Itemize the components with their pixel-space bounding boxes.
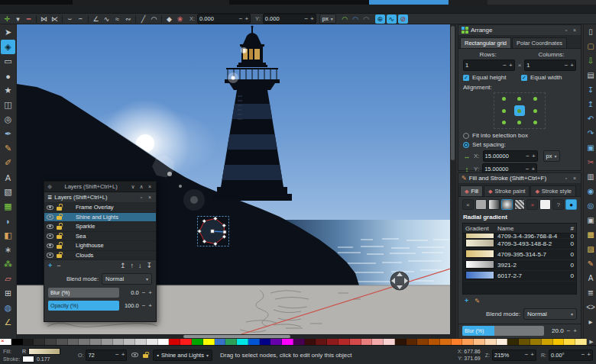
- palette-swatch[interactable]: [45, 339, 57, 345]
- new-document-icon[interactable]: ▯: [585, 24, 596, 39]
- layer-lock-icon[interactable]: [57, 216, 62, 220]
- increment-button[interactable]: +: [573, 328, 577, 334]
- palette-swatch[interactable]: [215, 339, 226, 345]
- 4709-3-493-148-8-2[interactable]: 4709-3-493-148-8-2 0: [463, 239, 576, 250]
- layer-lock-icon[interactable]: [57, 226, 62, 230]
- edit-clip-button[interactable]: ◠: [361, 14, 371, 24]
- decrement-button[interactable]: −: [142, 303, 146, 309]
- dropper-tool[interactable]: ◗: [1, 214, 15, 228]
- dock-icon[interactable]: ▫: [563, 27, 569, 33]
- palette-swatch[interactable]: [260, 339, 271, 345]
- box3d-tool[interactable]: ◫: [1, 98, 15, 112]
- palette-swatch[interactable]: [429, 339, 440, 345]
- palette-swatch[interactable]: [530, 339, 542, 345]
- export-icon[interactable]: ↥: [585, 97, 596, 111]
- auto-node-button[interactable]: ∾: [123, 14, 133, 24]
- palette-swatch[interactable]: [575, 339, 587, 345]
- paint-blob-button[interactable]: ●: [565, 199, 577, 210]
- spacing-unit-dropdown[interactable]: px ▾: [543, 150, 560, 162]
- object-to-path-button[interactable]: ◆: [164, 14, 174, 24]
- toolbar-icon[interactable]: [161, 15, 162, 23]
- 4709-3-4-396-768-8-4[interactable]: 4709-3-4-396-768-8-4 0: [463, 234, 576, 239]
- layer-opacity-slider[interactable]: Opacity (%): [48, 301, 119, 311]
- save-document-icon[interactable]: ⇩: [585, 53, 596, 68]
- mesh-tool[interactable]: ▦: [1, 199, 15, 214]
- palette-swatch[interactable]: [407, 339, 418, 345]
- minimize-icon[interactable]: ∨: [130, 184, 136, 190]
- palette-swatch[interactable]: [124, 339, 135, 345]
- menu-item[interactable]: [86, 8, 93, 10]
- edit-gradient-button[interactable]: ✎: [475, 298, 480, 304]
- decrement-button[interactable]: −: [526, 166, 530, 172]
- layers-window-titlebar[interactable]: ◆ Layers (Shift+Ctrl+L) ∨ ∧ ×: [44, 182, 156, 192]
- palette-swatch[interactable]: [225, 339, 237, 345]
- dock-icon[interactable]: ▫: [138, 195, 144, 200]
- palette-swatch[interactable]: [338, 339, 350, 345]
- redo-icon[interactable]: ↷: [585, 126, 596, 140]
- layer-visibility-icon[interactable]: [47, 253, 53, 258]
- fill-stroke-dialog-icon[interactable]: ✎: [585, 256, 596, 271]
- palette-swatch[interactable]: [553, 339, 565, 345]
- layer-blur-slider[interactable]: Blur (%): [48, 288, 119, 298]
- menu-item[interactable]: [58, 8, 66, 10]
- palette-swatch[interactable]: [270, 339, 282, 345]
- palette-swatch[interactable]: [384, 339, 395, 345]
- fill-stroke-tab[interactable]: ◆Fill: [460, 185, 483, 196]
- center-node[interactable]: [211, 230, 214, 233]
- copy-icon[interactable]: ▣: [585, 140, 596, 155]
- blend-mode-dropdown[interactable]: Normal ▾: [523, 308, 577, 320]
- swatch-button[interactable]: ×: [526, 199, 538, 210]
- connector-tool[interactable]: ⊞: [1, 286, 15, 301]
- layer-visibility-icon[interactable]: [47, 205, 53, 211]
- layer-visibility-icon[interactable]: [47, 224, 53, 230]
- palette-swatch[interactable]: [180, 339, 192, 345]
- stroke-to-path-button[interactable]: ❀: [175, 14, 185, 24]
- menu-item[interactable]: [12, 8, 20, 10]
- palette-swatch[interactable]: [68, 339, 79, 345]
- palette-swatch[interactable]: [293, 339, 305, 345]
- increment-button[interactable]: +: [121, 352, 125, 358]
- symmetric-node-button[interactable]: ≈: [112, 14, 122, 24]
- palette-swatch[interactable]: [282, 339, 293, 345]
- fit-selection-radio[interactable]: Fit into selection box: [458, 130, 581, 139]
- arrange-header[interactable]: Arrange ▫ ×: [458, 25, 581, 36]
- raise-to-top-button[interactable]: ↥: [120, 262, 126, 269]
- layer-lock-icon[interactable]: [57, 254, 62, 258]
- menu-item[interactable]: [49, 8, 57, 10]
- menu-item[interactable]: [67, 8, 75, 10]
- close-icon[interactable]: ×: [572, 27, 578, 33]
- vertical-scrollbar[interactable]: [450, 24, 455, 334]
- palette-swatch[interactable]: [474, 339, 485, 345]
- x-coord-input[interactable]: 0.000 − +: [197, 14, 251, 24]
- set-spacing-radio[interactable]: Set spacing:: [458, 139, 581, 148]
- arrange-tab[interactable]: Polar Coordinates: [512, 37, 567, 48]
- pencil-tool[interactable]: ✎: [1, 141, 15, 156]
- increment-button[interactable]: +: [509, 63, 513, 69]
- decrement-button[interactable]: −: [503, 63, 507, 69]
- palette-swatch[interactable]: [452, 339, 463, 345]
- layer-lock-icon[interactable]: [57, 245, 62, 249]
- blur-slider[interactable]: Blur (%): [462, 326, 544, 336]
- 6017-2-7[interactable]: 6017-2-7 0: [463, 271, 576, 282]
- columns-input[interactable]: 1 − +: [524, 60, 576, 71]
- fill-stroke-indicator[interactable]: Fill: R Stroke: 0.177: [3, 348, 73, 362]
- remove-layer-button[interactable]: −: [57, 262, 60, 269]
- toolbar-icon[interactable]: [62, 15, 63, 23]
- tweak-tool[interactable]: ∗: [1, 243, 15, 257]
- pen-tool[interactable]: ✒: [1, 127, 15, 141]
- arrange-tab[interactable]: Rectangular grid: [460, 37, 511, 48]
- decrement-button[interactable]: −: [142, 290, 146, 296]
- star-tool[interactable]: ★: [1, 83, 15, 98]
- linear-gradient-button[interactable]: [488, 199, 500, 210]
- menu-item[interactable]: [21, 8, 29, 10]
- rotation-input[interactable]: 0.00° − +: [549, 350, 593, 361]
- increment-button[interactable]: +: [531, 166, 535, 172]
- lower-layer-button[interactable]: ↓: [138, 262, 142, 269]
- alignment-widget[interactable]: [494, 92, 546, 129]
- increment-button[interactable]: +: [148, 290, 152, 296]
- palette-swatch[interactable]: [90, 339, 102, 345]
- calligraphy-tool[interactable]: ✐: [1, 156, 15, 170]
- palette-swatch[interactable]: [440, 339, 452, 345]
- spray-tool[interactable]: ⁂: [1, 257, 15, 272]
- palette-swatch[interactable]: [23, 339, 34, 345]
